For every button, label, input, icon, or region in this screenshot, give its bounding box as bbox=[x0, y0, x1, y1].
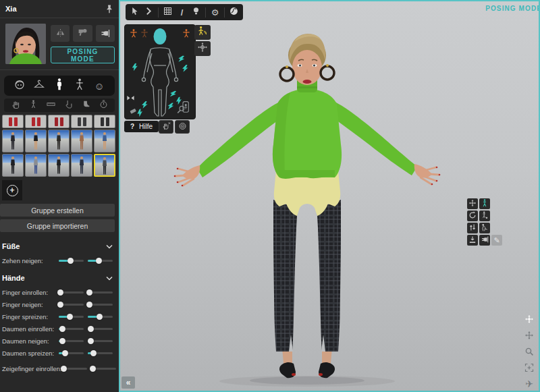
person-bend-button[interactable] bbox=[479, 223, 490, 233]
slider-row: Daumen neigen: bbox=[0, 335, 119, 347]
move-icon bbox=[468, 198, 477, 210]
tab-expression[interactable]: ☺ bbox=[90, 77, 108, 94]
pose-thumbnail[interactable] bbox=[2, 130, 24, 152]
slider[interactable] bbox=[88, 289, 113, 296]
globe-icon bbox=[230, 6, 238, 18]
pose-thumbnail-grid bbox=[0, 112, 119, 178]
floor-drop-icon bbox=[468, 234, 477, 246]
zoom-button[interactable] bbox=[524, 346, 535, 357]
clothing-thumbnail[interactable] bbox=[25, 115, 47, 128]
settings-button[interactable]: ⚙ bbox=[208, 5, 222, 19]
add-pose-row: + bbox=[0, 178, 119, 204]
viewport-3d[interactable]: / ⚙ POSING MODE bbox=[119, 0, 540, 392]
bolt-icon[interactable] bbox=[167, 100, 175, 108]
slider[interactable] bbox=[88, 313, 113, 320]
tab-pose[interactable] bbox=[71, 77, 88, 94]
detach-button[interactable] bbox=[96, 25, 115, 42]
detach-tool-button[interactable] bbox=[479, 235, 490, 246]
mirror-pose-button[interactable] bbox=[51, 25, 70, 42]
clothing-thumbnail[interactable] bbox=[48, 115, 70, 128]
move-dot-icon bbox=[524, 314, 535, 325]
pose-thumbnail-selected[interactable] bbox=[94, 154, 115, 177]
fit-view-button[interactable] bbox=[524, 362, 535, 373]
slider[interactable] bbox=[59, 289, 84, 296]
slider[interactable] bbox=[59, 337, 84, 344]
posing-mode-button[interactable]: POSING MODE bbox=[51, 47, 115, 63]
mirror-lr-icon[interactable] bbox=[126, 91, 135, 103]
axis-move-button[interactable] bbox=[194, 41, 211, 56]
posing-mode-label: POSING MODE bbox=[485, 5, 540, 12]
grid-toggle-button[interactable] bbox=[161, 5, 175, 19]
edit-pencil-button[interactable]: ✎ bbox=[491, 235, 502, 246]
next-tool-button[interactable] bbox=[142, 5, 156, 19]
pose-thumbnail[interactable] bbox=[25, 130, 47, 152]
slider[interactable] bbox=[59, 257, 84, 264]
tab-clothing[interactable] bbox=[30, 77, 48, 94]
subtab-timer[interactable] bbox=[99, 101, 109, 110]
scale-button[interactable] bbox=[467, 223, 478, 233]
slider[interactable] bbox=[88, 257, 113, 264]
slider[interactable] bbox=[59, 313, 84, 320]
slider[interactable] bbox=[88, 349, 113, 356]
clothing-thumbnail[interactable] bbox=[71, 115, 92, 128]
measure-line-button[interactable]: / bbox=[175, 5, 189, 19]
section-header[interactable]: Hände bbox=[0, 267, 119, 286]
character-avatar[interactable] bbox=[5, 24, 46, 64]
bolt-icon[interactable] bbox=[131, 61, 138, 69]
pose-thumbnail[interactable] bbox=[94, 130, 115, 152]
updown-arrows-icon bbox=[468, 222, 477, 234]
subtab-figure[interactable] bbox=[28, 101, 38, 110]
pose-archer-button[interactable] bbox=[194, 25, 211, 40]
subtab-hand[interactable] bbox=[11, 101, 21, 110]
ruler-icon bbox=[47, 99, 55, 111]
select-tool-button[interactable] bbox=[128, 5, 142, 19]
slider[interactable] bbox=[59, 301, 84, 308]
slider[interactable] bbox=[88, 325, 113, 332]
hand-cancel-button[interactable] bbox=[159, 120, 173, 134]
subtab-shoe[interactable] bbox=[81, 101, 91, 110]
slider[interactable] bbox=[59, 325, 84, 332]
pan-active-button[interactable] bbox=[524, 314, 535, 325]
move-button[interactable] bbox=[467, 198, 478, 209]
pose-thumbnail[interactable] bbox=[71, 154, 92, 177]
subtab-ruler[interactable] bbox=[46, 101, 56, 110]
light-button[interactable] bbox=[189, 5, 203, 19]
clothing-thumbnail[interactable] bbox=[2, 115, 24, 128]
hairdryer-button[interactable] bbox=[73, 25, 92, 42]
help-button[interactable]: ? Hilfe bbox=[124, 121, 159, 132]
create-group-button[interactable]: Gruppe erstellen bbox=[0, 204, 115, 217]
bolt-icon[interactable] bbox=[142, 99, 148, 107]
render-button[interactable] bbox=[227, 5, 241, 19]
character-panel: Xia bbox=[0, 0, 119, 392]
slider[interactable] bbox=[91, 365, 116, 372]
bolt-icon[interactable] bbox=[182, 63, 188, 70]
slider[interactable] bbox=[88, 301, 113, 308]
drop-to-floor-button[interactable] bbox=[467, 235, 478, 246]
pin-icon[interactable] bbox=[105, 4, 113, 13]
fly-camera-button[interactable]: ✈ bbox=[524, 379, 535, 389]
pose-thumbnail[interactable] bbox=[25, 154, 47, 177]
tab-face[interactable] bbox=[11, 77, 28, 94]
pan-button[interactable] bbox=[524, 330, 535, 341]
character-select-button[interactable] bbox=[479, 198, 490, 209]
pose-thumbnail[interactable] bbox=[48, 154, 70, 177]
pose-thumbnail[interactable] bbox=[71, 130, 92, 152]
clothing-thumbnail[interactable] bbox=[94, 115, 115, 128]
slider[interactable] bbox=[59, 349, 84, 356]
slider[interactable] bbox=[88, 337, 113, 344]
add-pose-button[interactable]: + bbox=[2, 180, 22, 200]
slider[interactable] bbox=[62, 365, 87, 372]
import-group-button[interactable]: Gruppe importieren bbox=[0, 219, 115, 232]
fingerprint-button[interactable] bbox=[175, 120, 190, 134]
rotate-button[interactable] bbox=[467, 211, 478, 221]
subtab-point[interactable] bbox=[63, 101, 74, 110]
pose-thumbnail[interactable] bbox=[48, 130, 70, 152]
section-header[interactable]: Füße bbox=[0, 235, 119, 254]
pose-thumbnail[interactable] bbox=[2, 154, 24, 177]
plug-icon bbox=[481, 234, 489, 246]
viewport-toolbar: / ⚙ bbox=[126, 4, 243, 20]
tab-body[interactable] bbox=[51, 77, 68, 94]
collapse-sidebar-button[interactable]: « bbox=[122, 376, 135, 389]
pose-skeleton-icon bbox=[74, 78, 85, 93]
person-anchor-button[interactable] bbox=[479, 211, 490, 221]
